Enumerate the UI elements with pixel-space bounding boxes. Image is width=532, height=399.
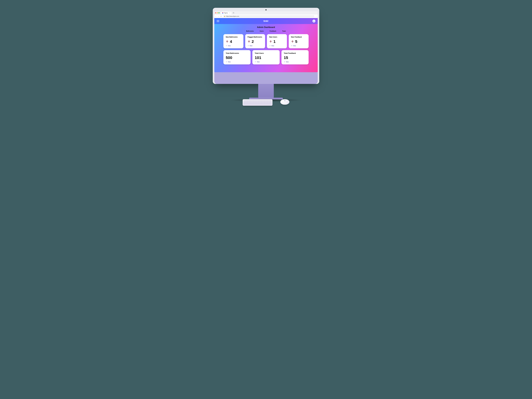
view-link[interactable]: View	[284, 61, 306, 63]
card-title: Total Users	[255, 52, 277, 54]
imac-mockup: Figma × + ← → ⟳ 🔒 https://www.figma.com	[213, 8, 319, 106]
card-new-feedback: New Feedback 5 View	[289, 34, 309, 48]
card-title: Total Bathrooms	[226, 52, 248, 54]
back-button[interactable]: ←	[215, 16, 217, 17]
arrow-right-icon	[226, 45, 227, 46]
tab-bathrooms[interactable]: Bathrooms	[246, 30, 254, 32]
app-viewport: tinkl Admin Dashboard Bathrooms Users Fe…	[214, 18, 318, 72]
arrow-right-icon	[269, 45, 271, 46]
stat-cards-row: New Bathrooms 4 View Flagged Bath	[223, 34, 309, 48]
arrow-right-icon	[255, 61, 256, 63]
card-title: Flagged Bathrooms	[247, 36, 263, 38]
peripherals	[213, 99, 319, 106]
account-button[interactable]	[312, 20, 315, 22]
reload-button[interactable]: ⟳	[220, 16, 222, 17]
tab-users[interactable]: Users	[260, 30, 264, 32]
card-title: New Users	[269, 36, 285, 38]
total-cards-row: Total Bathrooms 500 View Total Users 101	[223, 50, 309, 64]
monitor-stand	[258, 84, 274, 98]
arrow-right-icon	[291, 45, 292, 46]
arrow-up-icon	[226, 40, 228, 43]
card-total-users: Total Users 101 View	[252, 50, 279, 64]
dashboard-cards: New Bathrooms 4 View Flagged Bath	[214, 34, 318, 64]
forward-button[interactable]: →	[218, 16, 219, 17]
view-link[interactable]: View	[269, 45, 285, 46]
brand-logo: tinkl	[263, 20, 268, 22]
browser-tab[interactable]: Figma ×	[221, 12, 232, 14]
card-value: 2	[252, 39, 254, 44]
screen: Figma × + ← → ⟳ 🔒 https://www.figma.com	[214, 11, 318, 72]
arrow-up-icon	[247, 40, 250, 43]
card-value: 1	[273, 39, 276, 44]
monitor-chin	[214, 72, 318, 84]
browser-menu-button[interactable]: ⋮	[316, 16, 317, 17]
browser-toolbar: ← → ⟳ 🔒 https://www.figma.com ⋮	[214, 14, 318, 18]
card-value: 5	[295, 39, 298, 44]
figma-icon	[222, 12, 223, 14]
close-window-icon[interactable]	[215, 12, 216, 13]
card-total-bathrooms: Total Bathrooms 500 View	[223, 50, 251, 64]
maximize-window-icon[interactable]	[218, 12, 220, 13]
new-tab-button[interactable]: +	[233, 12, 234, 14]
monitor-bezel: Figma × + ← → ⟳ 🔒 https://www.figma.com	[213, 8, 319, 84]
card-new-bathrooms: New Bathrooms 4 View	[223, 34, 243, 48]
view-link[interactable]: View	[226, 45, 241, 46]
camera-dot	[266, 9, 266, 10]
lock-icon: 🔒	[224, 16, 225, 17]
card-title: Total Feedback	[284, 52, 306, 54]
card-value: 500	[226, 56, 248, 60]
page-title: Admin Dashboard	[214, 26, 318, 28]
card-value: 4	[230, 39, 232, 44]
section-tabs: Bathrooms Users Feedback Team	[214, 30, 318, 32]
arrow-right-icon	[284, 61, 285, 63]
mouse	[280, 99, 289, 105]
arrow-right-icon	[226, 61, 227, 63]
minimize-window-icon[interactable]	[217, 12, 218, 13]
svg-point-0	[314, 20, 314, 21]
card-title: New Feedback	[291, 36, 306, 38]
arrow-right-icon	[247, 45, 249, 46]
menu-icon[interactable]	[217, 20, 219, 22]
card-new-users: New Users 1 View	[267, 34, 287, 48]
browser-tabstrip: Figma × +	[214, 11, 318, 14]
keyboard	[243, 99, 272, 106]
tab-feedback[interactable]: Feedback	[270, 30, 276, 32]
browser-chrome: Figma × + ← → ⟳ 🔒 https://www.figma.com	[214, 11, 318, 18]
close-tab-icon[interactable]: ×	[229, 12, 230, 14]
tab-title: Figma	[224, 12, 228, 14]
card-value: 15	[284, 56, 306, 60]
window-controls[interactable]	[215, 12, 220, 13]
arrow-up-icon	[291, 40, 294, 43]
view-link[interactable]: View	[226, 61, 248, 63]
card-total-feedback: Total Feedback 15 View	[281, 50, 309, 64]
card-value: 101	[255, 56, 277, 60]
tab-team[interactable]: Team	[282, 30, 286, 32]
arrow-up-icon	[269, 40, 272, 43]
card-title: New Bathrooms	[226, 36, 241, 38]
view-link[interactable]: View	[255, 61, 277, 63]
view-link[interactable]: View	[247, 45, 263, 46]
url-text: https://www.figma.com	[226, 16, 239, 17]
user-icon	[313, 20, 315, 22]
view-link[interactable]: View	[291, 45, 306, 46]
address-bar[interactable]: 🔒 https://www.figma.com	[223, 15, 314, 17]
app-header: tinkl	[214, 18, 318, 24]
card-flagged-bathrooms: Flagged Bathrooms 2 View	[245, 34, 265, 48]
